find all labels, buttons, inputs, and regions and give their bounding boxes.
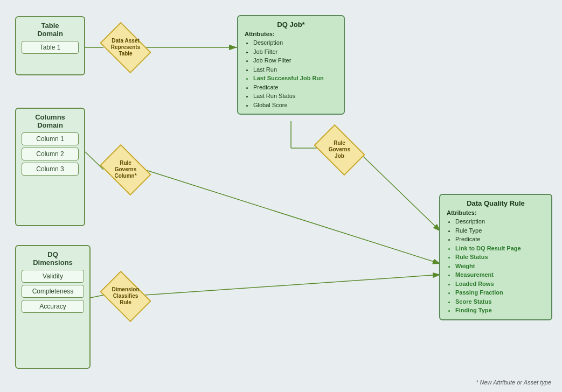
svg-line-8 xyxy=(355,148,441,232)
svg-line-10 xyxy=(144,275,441,295)
diagram-container: Table Domain Table 1 Columns Domain Colu… xyxy=(0,0,562,392)
dqr-attr-passing-fraction: Passing Fraction xyxy=(455,288,545,297)
dqr-attr-link: Link to DQ Result Page xyxy=(455,244,545,253)
column2-entity: Column 2 xyxy=(22,148,79,160)
attr-last-run: Last Run xyxy=(253,65,337,74)
attr-last-successful-job-run: Last Successful Job Run xyxy=(253,74,337,83)
attr-description: Description xyxy=(253,38,337,47)
data-quality-rule-box: Data Quality Rule Attributes: Descriptio… xyxy=(439,194,552,320)
footer-note: * New Attribute or Asset type xyxy=(476,379,551,386)
attr-job-row-filter: Job Row Filter xyxy=(253,56,337,65)
svg-line-4 xyxy=(85,152,103,170)
attr-last-run-status: Last Run Status xyxy=(253,92,337,101)
attr-predicate: Predicate xyxy=(253,83,337,92)
completeness-entity: Completeness xyxy=(22,285,84,298)
dq-dimensions-domain-box: DQ Dimensions Validity Completeness Accu… xyxy=(15,245,91,369)
dqr-attr-weight: Weight xyxy=(455,262,545,271)
table-domain-title: Table Domain xyxy=(22,22,79,38)
dqr-attributes: Attributes: Description Rule Type Predic… xyxy=(447,209,545,315)
dqr-attr-label: Attributes: xyxy=(447,209,545,216)
dqr-attr-score-status: Score Status xyxy=(455,297,545,306)
dqr-attr-rule-type: Rule Type xyxy=(455,226,545,235)
dqr-title: Data Quality Rule xyxy=(447,199,545,207)
dq-job-attr-list: Description Job Filter Job Row Filter La… xyxy=(245,38,337,109)
attr-job-filter: Job Filter xyxy=(253,47,337,57)
columns-domain-title: Columns Domain xyxy=(22,113,79,129)
table-domain-box: Table Domain Table 1 xyxy=(15,16,85,75)
dqr-attr-measurement: Measurement xyxy=(455,270,545,279)
dq-job-box: DQ Job* Attributes: Description Job Filt… xyxy=(237,15,345,115)
dqr-attr-predicate: Predicate xyxy=(455,235,545,244)
diamond-data-asset-represents-table: Data AssetRepresentsTable xyxy=(101,31,150,64)
dq-job-attributes: Attributes: Description Job Filter Job R… xyxy=(245,31,337,109)
dqr-attr-loaded-rows: Loaded Rows xyxy=(455,279,545,289)
diamond-dimension-classifies-rule: DimensionClassifiesRule xyxy=(101,280,150,312)
dqr-attr-list: Description Rule Type Predicate Link to … xyxy=(447,217,545,315)
dq-job-attr-label: Attributes: xyxy=(245,31,337,37)
column1-entity: Column 1 xyxy=(22,132,79,145)
column3-entity: Column 3 xyxy=(22,163,79,176)
diamond-rule-governs-column: RuleGovernsColumn* xyxy=(101,153,150,186)
table1-entity: Table 1 xyxy=(22,41,79,54)
svg-line-5 xyxy=(144,170,441,264)
dq-job-title: DQ Job* xyxy=(245,20,337,29)
dqr-attr-description: Description xyxy=(455,217,545,226)
diamond-rule-governs-job: RuleGovernsJob xyxy=(315,134,364,166)
attr-global-score: Global Score xyxy=(253,101,337,110)
accuracy-entity: Accuracy xyxy=(22,300,84,313)
dqr-attr-finding-type: Finding Type xyxy=(455,306,545,315)
validity-entity: Validity xyxy=(22,270,84,283)
columns-domain-box: Columns Domain Column 1 Column 2 Column … xyxy=(15,108,85,226)
dqr-attr-rule-status: Rule Status xyxy=(455,253,545,262)
dq-dimensions-title: DQ Dimensions xyxy=(22,250,84,267)
